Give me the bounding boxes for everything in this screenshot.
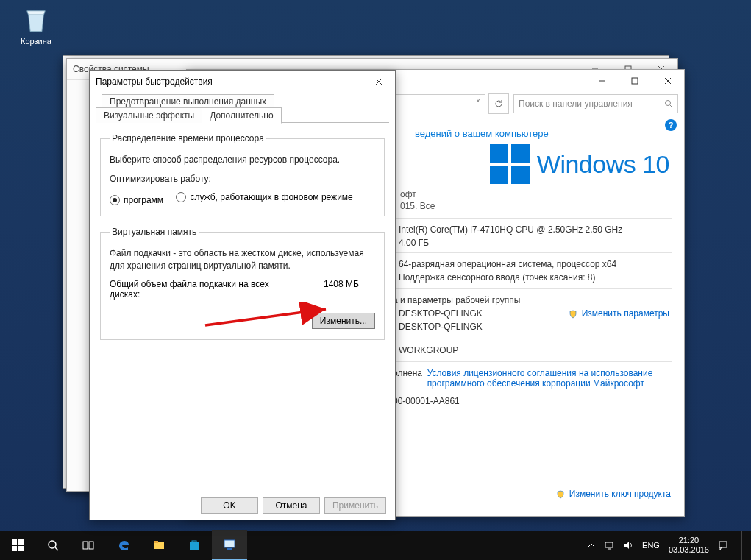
- minimize-button[interactable]: [585, 71, 618, 91]
- svg-rect-14: [18, 539, 24, 545]
- cp-heading: ведений о вашем компьютере: [415, 128, 672, 139]
- workgroup-value: WORKGROUP: [399, 345, 458, 355]
- shield-icon: [569, 310, 577, 319]
- change-pagefile-button[interactable]: Изменить...: [312, 313, 375, 329]
- change-product-key-link[interactable]: Изменить ключ продукта: [556, 489, 671, 499]
- copyright-partial: офт 015. Все: [400, 189, 672, 212]
- maximize-button[interactable]: [618, 71, 651, 91]
- clock[interactable]: 21:20 03.03.2016: [669, 536, 709, 554]
- windows-logo-icon: [490, 144, 530, 184]
- search-placeholder: Поиск в панели управления: [519, 99, 633, 109]
- search-icon: [664, 99, 673, 108]
- svg-rect-29: [719, 542, 727, 547]
- svg-rect-13: [12, 539, 17, 545]
- ok-button[interactable]: OK: [201, 497, 258, 514]
- recycle-bin[interactable]: Корзина: [10, 4, 62, 46]
- pagefile-total-value: 1408 МБ: [324, 279, 375, 300]
- windows-logo: Windows 10: [490, 144, 669, 184]
- virtual-memory-legend: Виртуальная память: [110, 227, 199, 237]
- system-type-value: 64-разрядная операционная система, проце…: [399, 259, 616, 269]
- svg-line-9: [670, 105, 672, 107]
- search-button[interactable]: [35, 531, 71, 560]
- svg-rect-5: [632, 78, 638, 84]
- virtual-memory-group: Виртуальная память Файл подкачки - это о…: [100, 227, 385, 339]
- svg-point-8: [666, 101, 671, 106]
- product-id: 00-00001-AA861: [393, 396, 460, 406]
- close-button[interactable]: [651, 71, 684, 91]
- clock-date: 03.03.2016: [669, 545, 709, 555]
- recycle-bin-label: Корзина: [10, 37, 62, 46]
- close-button[interactable]: [362, 71, 395, 92]
- workgroup-heading: а и параметры рабочей группы: [393, 295, 520, 305]
- pen-touch-value: Поддержка сенсорного ввода (точек касани…: [399, 272, 595, 283]
- computer-full-name: DESKTOP-QFLINGK: [399, 322, 483, 332]
- tray-volume-icon[interactable]: [623, 540, 633, 550]
- store-button[interactable]: [177, 531, 212, 560]
- tab-dep[interactable]: Предотвращение выполнения данных: [102, 94, 274, 108]
- radio-dot-icon: [176, 192, 186, 202]
- svg-rect-20: [89, 542, 93, 549]
- change-settings-label: Изменить параметры: [582, 308, 669, 319]
- start-button[interactable]: [0, 531, 35, 560]
- shield-icon: [556, 490, 565, 499]
- task-view-button[interactable]: [71, 531, 106, 560]
- cpu-scheduling-legend: Распределение времени процессора: [110, 133, 266, 143]
- svg-rect-24: [192, 541, 196, 543]
- svg-rect-15: [12, 546, 17, 551]
- radio-dot-icon: [110, 195, 120, 205]
- cpu-scheduling-group: Распределение времени процессора Выберит…: [100, 133, 385, 216]
- optimize-label: Оптимизировать работу:: [110, 173, 375, 185]
- change-product-key-label: Изменить ключ продукта: [569, 489, 671, 499]
- computer-name: DESKTOP-QFLINGK: [399, 308, 483, 319]
- cancel-button[interactable]: Отмена: [263, 497, 320, 514]
- perf-titlebar[interactable]: Параметры быстродействия: [90, 71, 395, 93]
- system-app-button[interactable]: [212, 530, 247, 560]
- refresh-button[interactable]: [488, 93, 509, 114]
- search-input[interactable]: Поиск в панели управления: [513, 94, 678, 113]
- perf-tabs: Предотвращение выполнения данных Визуаль…: [96, 96, 389, 123]
- action-center-icon[interactable]: [718, 540, 728, 550]
- tab-visual-effects[interactable]: Визуальные эффекты: [96, 107, 202, 123]
- clock-time: 21:20: [669, 536, 709, 545]
- performance-options-dialog[interactable]: Параметры быстродействия Предотвращение …: [89, 70, 396, 520]
- processor-value: Intel(R) Core(TM) i7-4710HQ CPU @ 2.50GH…: [399, 224, 622, 235]
- help-icon[interactable]: ?: [665, 119, 677, 131]
- pagefile-total-label: Общий объем файла подкачки на всех диска…: [110, 279, 293, 300]
- svg-rect-19: [83, 542, 88, 549]
- radio-programs[interactable]: программ: [110, 195, 163, 205]
- cpu-scheduling-hint: Выберите способ распределения ресурсов п…: [110, 154, 375, 166]
- license-terms-link[interactable]: Условия лицензионного соглашения на испо…: [427, 368, 672, 389]
- chevron-down-icon[interactable]: ˅: [476, 99, 480, 109]
- tray-chevron-up-icon[interactable]: [588, 542, 595, 549]
- svg-rect-22: [154, 541, 158, 543]
- show-desktop-button[interactable]: [741, 531, 747, 560]
- language-indicator[interactable]: ENG: [642, 541, 660, 550]
- file-explorer-button[interactable]: [141, 531, 177, 560]
- recycle-bin-icon: [21, 4, 51, 35]
- radio-background-services[interactable]: служб, работающих в фоновом режиме: [176, 192, 352, 202]
- svg-line-18: [55, 547, 58, 550]
- perf-title: Параметры быстродействия: [96, 77, 213, 87]
- virtual-memory-hint: Файл подкачки - это область на жестком д…: [110, 247, 375, 271]
- edge-button[interactable]: [106, 531, 141, 560]
- svg-rect-21: [154, 542, 164, 549]
- change-settings-link[interactable]: Изменить параметры: [569, 308, 669, 319]
- svg-rect-26: [227, 548, 232, 550]
- activation-status: олнена: [393, 368, 422, 389]
- tray-network-icon[interactable]: [604, 540, 614, 550]
- svg-point-17: [49, 541, 56, 548]
- svg-rect-16: [18, 546, 24, 551]
- apply-button[interactable]: Применить: [324, 497, 386, 514]
- radio-programs-label: программ: [124, 195, 163, 205]
- windows-logo-text: Windows 10: [537, 150, 669, 179]
- radio-services-label: служб, работающих в фоновом режиме: [190, 192, 352, 202]
- svg-rect-25: [224, 540, 235, 547]
- tab-advanced[interactable]: Дополнительно: [202, 107, 281, 124]
- ram-value: 4,00 ГБ: [399, 238, 429, 248]
- taskbar[interactable]: ENG 21:20 03.03.2016: [0, 531, 751, 560]
- svg-rect-27: [605, 542, 613, 547]
